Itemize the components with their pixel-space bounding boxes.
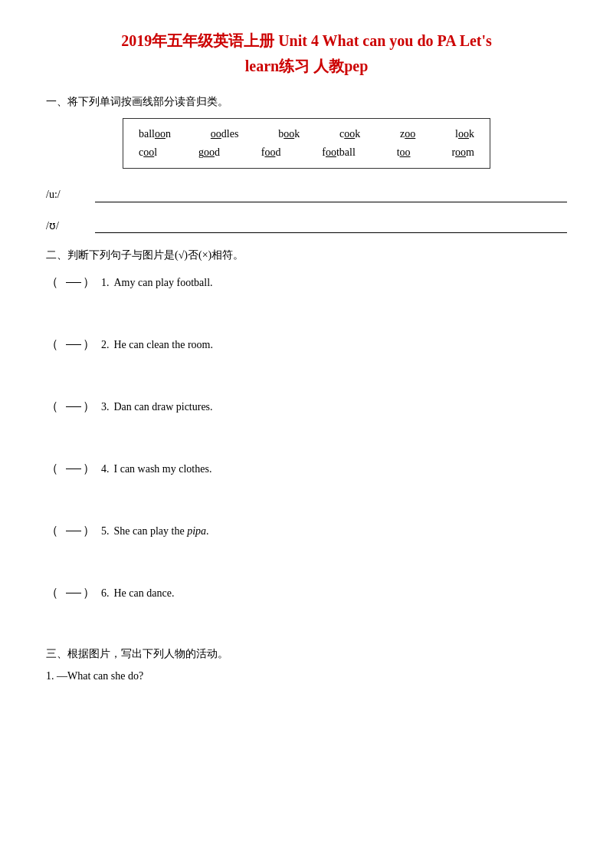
title-line2: learn练习 人教pep <box>46 56 567 77</box>
sentence-text-6: He can dance. <box>114 587 175 600</box>
phoneme-fill-2[interactable] <box>95 218 567 233</box>
word-food: food <box>261 146 281 159</box>
answer-space-1[interactable] <box>66 282 81 283</box>
word-book: book <box>278 128 300 140</box>
bracket-3: （ <box>46 399 58 415</box>
phoneme-line-2: /ʊ/ <box>46 218 567 233</box>
word-look: look <box>455 128 474 140</box>
sentence-num-6: 6. <box>101 587 110 600</box>
sentence-text-2: He can clean the room. <box>114 339 213 351</box>
sentence-num-1: 1. <box>101 277 110 289</box>
section2-header: 二、判断下列句子与图片是(√)否(×)相符。 <box>46 248 567 262</box>
word-cool: cool <box>139 146 157 159</box>
word-zoo: zoo <box>400 128 415 140</box>
section1-header: 一、将下列单词按画线部分读音归类。 <box>46 95 567 109</box>
bracket-5: （ <box>46 523 58 539</box>
bracket-1-close: ） <box>83 275 95 291</box>
word-too: too <box>397 146 411 159</box>
phoneme-label-1: /u:/ <box>46 189 92 201</box>
word-noodles: oodles <box>211 128 239 140</box>
bracket-2-close: ） <box>83 337 95 353</box>
bracket-1: （ <box>46 275 58 291</box>
sentence-item-4: （ ） 4. I can wash my clothes. <box>46 461 567 477</box>
bracket-6-close: ） <box>83 585 95 601</box>
sentence-num-3: 3. <box>101 401 110 413</box>
sentence-num-4: 4. <box>101 463 110 475</box>
sentence-text-3: Dan can draw pictures. <box>114 401 213 413</box>
answer-space-3[interactable] <box>66 406 81 407</box>
sentence-item-5: （ ） 5. She can play the pipa. <box>46 523 567 539</box>
phoneme-line-1: /u:/ <box>46 187 567 202</box>
sentence-item-3: （ ） 3. Dan can draw pictures. <box>46 399 567 415</box>
sentence-text-1: Amy can play football. <box>114 277 213 289</box>
sentence-text-4: I can wash my clothes. <box>114 463 212 475</box>
bracket-3-close: ） <box>83 399 95 415</box>
phoneme-label-2: /ʊ/ <box>46 219 92 232</box>
title-line1: 2019年五年级英语上册 Unit 4 What can you do PA L… <box>46 31 567 51</box>
section1: 一、将下列单词按画线部分读音归类。 balloon oodles book co… <box>46 95 567 233</box>
answer-space-5[interactable] <box>66 531 81 531</box>
word-row-2: cool good food football too room <box>139 146 474 159</box>
sentence-item-1: （ ） 1. Amy can play football. <box>46 275 567 291</box>
section3-header: 三、根据图片，写出下列人物的活动。 <box>46 647 567 661</box>
answer-space-2[interactable] <box>66 344 81 345</box>
italic-pipa: pipa <box>187 525 206 537</box>
answer-space-4[interactable] <box>66 469 81 469</box>
bracket-2: （ <box>46 337 58 353</box>
sentence-text-5: She can play the pipa. <box>114 525 209 538</box>
phoneme-fill-1[interactable] <box>95 187 567 202</box>
sentence-item-6: （ ） 6. He can dance. <box>46 585 567 601</box>
bracket-5-close: ） <box>83 523 95 539</box>
sentence-num-2: 2. <box>101 339 110 351</box>
word-row-1: balloon oodles book cook zoo look <box>139 128 474 140</box>
answer-space-6[interactable] <box>66 593 81 593</box>
word-cook: cook <box>339 128 360 140</box>
section2: 二、判断下列句子与图片是(√)否(×)相符。 （ ） 1. Amy can pl… <box>46 248 567 601</box>
word-football: football <box>322 146 356 159</box>
word-box: balloon oodles book cook zoo look cool g… <box>123 118 490 169</box>
bracket-4: （ <box>46 461 58 477</box>
phoneme-lines: /u:/ /ʊ/ <box>46 187 567 233</box>
sentence-item-2: （ ） 2. He can clean the room. <box>46 337 567 353</box>
bracket-4-close: ） <box>83 461 95 477</box>
word-room: room <box>451 146 474 159</box>
question-1: 1. —What can she do? <box>46 670 567 682</box>
word-good: good <box>198 146 220 159</box>
bracket-6: （ <box>46 585 58 601</box>
word-balloon: balloon <box>139 128 171 140</box>
section3: 三、根据图片，写出下列人物的活动。 1. —What can she do? <box>46 647 567 682</box>
title-section: 2019年五年级英语上册 Unit 4 What can you do PA L… <box>46 31 567 77</box>
sentence-num-5: 5. <box>101 525 110 538</box>
